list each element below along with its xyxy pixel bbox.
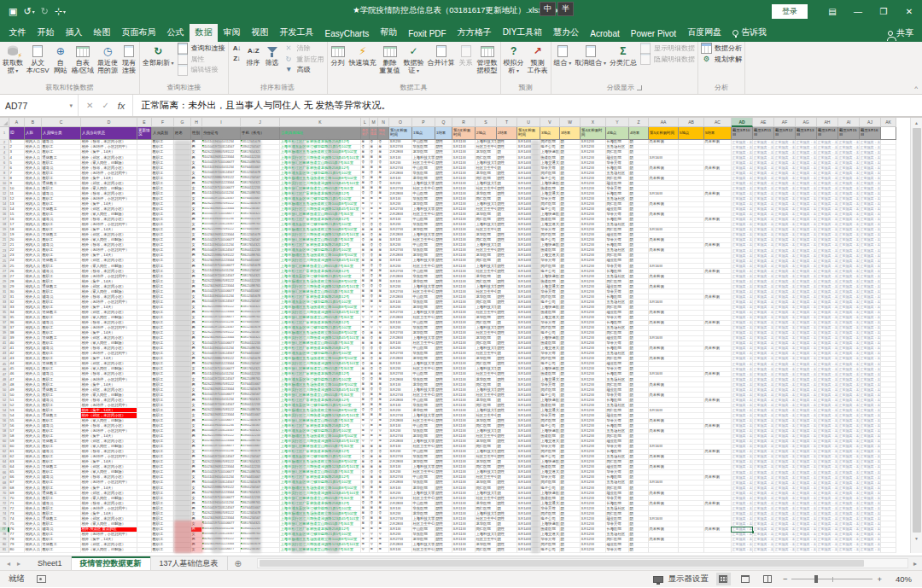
cell-H81[interactable]: 女 xyxy=(191,548,202,553)
tab-file[interactable]: 文件 xyxy=(3,24,32,42)
field-header-Y[interactable]: 4地点 xyxy=(606,127,629,140)
get-data-button[interactable]: 获取数 据 ▾ xyxy=(1,42,25,83)
cell-AI81[interactable]: 正常隔离：未外出，且当事人与同住人 无 发热等异常状况。 xyxy=(838,548,860,553)
group-button[interactable]: 组合 ▾ xyxy=(552,42,574,83)
field-header-E[interactable]: 更新情况 xyxy=(137,127,152,140)
scroll-right-icon[interactable]: ▸ xyxy=(908,556,922,570)
field-header-O[interactable]: 第1次检测时间 xyxy=(389,127,412,140)
column-header-N[interactable]: N xyxy=(378,118,389,127)
field-header-Z[interactable]: 4结果 xyxy=(629,127,649,140)
column-header-P[interactable]: P xyxy=(412,118,435,127)
cell-L81[interactable]: 否 xyxy=(361,548,370,553)
cell-K81[interactable]: 上海市徐汇区田林街道宜山路655弄7号301室 xyxy=(280,548,361,553)
new-sheet-button[interactable]: ⊕ xyxy=(228,556,248,570)
tab-power-pivot[interactable]: Power Pivot xyxy=(625,26,681,42)
tab-help[interactable]: 帮助 xyxy=(375,24,403,42)
sign-in-button[interactable]: 登录 xyxy=(772,4,808,19)
close-button[interactable]: ✕ xyxy=(896,0,922,23)
display-settings-button[interactable]: 显示器设置 xyxy=(653,573,709,585)
queries-connections-button[interactable]: 查询和连接 xyxy=(176,44,227,53)
cell-J81[interactable]: 13901234567 xyxy=(241,548,280,553)
column-header-M[interactable]: M xyxy=(370,118,378,127)
cell-AK81[interactable] xyxy=(881,548,896,553)
row-header-1[interactable]: 1 xyxy=(0,127,9,140)
text-to-columns-button[interactable]: 分列 xyxy=(329,42,347,83)
cell-AG81[interactable]: 正常隔离：未外出，且当事人与同住人 无 发热等异常状况。 xyxy=(796,548,817,553)
tab-ffcell[interactable]: 方方格子 xyxy=(452,24,497,42)
restore-button[interactable]: ❐ xyxy=(871,0,896,23)
cell-X81[interactable]: 3月12日 xyxy=(581,548,606,553)
sheet-tab-basic-info[interactable]: 137人基础信息表 xyxy=(151,556,228,570)
tab-formulas[interactable]: 公式 xyxy=(161,24,190,42)
field-header-F[interactable]: 人员类别 xyxy=(152,127,174,140)
column-header-B[interactable]: B xyxy=(25,118,42,127)
field-header-A[interactable]: ID xyxy=(9,127,25,140)
tab-easycharts[interactable]: EasyCharts xyxy=(319,26,375,42)
row-header-81[interactable]: 81 xyxy=(0,548,9,553)
cell-R81[interactable]: 3月11日 xyxy=(452,548,476,553)
remove-duplicates-button[interactable]: 删除 重复值 xyxy=(378,42,402,83)
column-header-V[interactable]: V xyxy=(540,118,560,127)
zoom-level[interactable]: 40% xyxy=(890,574,912,584)
cell-G81[interactable] xyxy=(174,548,191,553)
column-header-L[interactable]: L xyxy=(361,118,370,127)
field-header-H[interactable]: 性别 xyxy=(191,127,202,140)
collapse-ribbon-button[interactable]: ^ xyxy=(914,84,918,92)
cell-AF81[interactable]: 正常隔离：未外出，且当事人与同住人 无 发热等异常状况。 xyxy=(774,548,796,553)
field-header-AF[interactable]: 截至3月12日 xyxy=(774,127,796,140)
column-header-I[interactable]: I xyxy=(202,118,241,127)
cell-T81[interactable]: 阴性 xyxy=(497,548,517,553)
column-header-X[interactable]: X xyxy=(581,118,606,127)
sheet-tab-sheet1[interactable]: Sheet1 xyxy=(29,556,72,570)
tab-view[interactable]: 视图 xyxy=(246,24,274,42)
touch-mode-button[interactable]: ⊹▾ xyxy=(55,6,66,17)
forecast-sheet-button[interactable]: ↗预测 工作表 xyxy=(526,42,550,83)
tab-draw[interactable]: 绘图 xyxy=(88,24,116,42)
field-header-I[interactable]: 身份证号 xyxy=(202,127,241,140)
flash-fill-button[interactable]: ⚡快速填充 xyxy=(347,42,378,83)
field-header-AB[interactable]: 5地点 xyxy=(679,127,704,140)
what-if-analysis-button[interactable]: ?模拟分 析 ▾ xyxy=(502,42,526,83)
tab-diy-toolbox[interactable]: DIY工具箱 xyxy=(497,24,548,42)
field-header-N[interactable]: 隔离方式 xyxy=(378,127,389,140)
field-header-B[interactable]: 人群 xyxy=(25,127,42,140)
normal-view-button[interactable] xyxy=(716,573,731,585)
field-header-S[interactable]: 2地点 xyxy=(476,127,497,140)
field-header-C[interactable]: 人员细分类 xyxy=(42,127,81,140)
save-button[interactable]: ▣ xyxy=(9,6,17,17)
sort-descending-button[interactable]: Z↓ xyxy=(230,55,244,64)
column-header-Z[interactable]: Z xyxy=(629,118,649,127)
consolidate-button[interactable]: 合并计算 xyxy=(426,42,457,83)
macro-record-icon[interactable] xyxy=(37,575,46,583)
cell-AC81[interactable] xyxy=(704,548,732,553)
field-header-D[interactable]: 人员当前状态 xyxy=(81,127,137,140)
cancel-button[interactable]: ✕ xyxy=(86,101,93,110)
field-header-Q[interactable]: 1结果 xyxy=(435,127,452,140)
from-web-button[interactable]: ⊕自 网站 xyxy=(51,42,70,83)
data-validation-button[interactable]: ✓数据验 证 ▾ xyxy=(402,42,426,83)
cell-AE81[interactable]: 正常隔离：未外出，且当事人与同住人 无 发热等异常状况。 xyxy=(753,548,774,553)
tab-page-layout[interactable]: 页面布局 xyxy=(116,24,161,42)
column-header-J[interactable]: J xyxy=(241,118,280,127)
field-header-AK[interactable] xyxy=(881,127,896,140)
field-header-K[interactable]: 当前具体地址 xyxy=(280,127,361,140)
undo-button[interactable]: ↺▾ xyxy=(23,6,34,17)
prev-sheet-icon[interactable]: ◂ xyxy=(7,560,10,568)
cell-M81[interactable]: 是 xyxy=(370,548,378,553)
field-header-P[interactable]: 1地点 xyxy=(412,127,435,140)
tab-home[interactable]: 开始 xyxy=(32,24,60,42)
scroll-down-icon[interactable]: ▼ xyxy=(911,533,922,543)
refresh-all-button[interactable]: ↻全部刷新 ▾ xyxy=(141,42,176,83)
zoom-in-button[interactable]: + xyxy=(877,574,882,584)
cell-AJ81[interactable]: 正常隔离：未外出，且当事人与同住人 无 发热等异常状况。 xyxy=(860,548,881,553)
recent-sources-button[interactable]: ◷最近使 用的源 xyxy=(96,42,120,83)
ime-width-badge[interactable]: 半 xyxy=(557,2,574,16)
field-header-AD[interactable]: 截至3月10日 xyxy=(732,127,753,140)
solver-button[interactable]: ⚙规划求解 xyxy=(699,55,744,64)
share-button[interactable]: 共享 xyxy=(888,27,913,42)
column-header-W[interactable]: W xyxy=(560,118,581,127)
field-header-R[interactable]: 第2次检测时间 xyxy=(452,127,476,140)
tab-tell-me[interactable]: 告诉我 xyxy=(727,24,773,42)
tab-foxit-pdf[interactable]: Foxit PDF xyxy=(403,26,452,42)
cell-E81[interactable] xyxy=(137,548,152,553)
